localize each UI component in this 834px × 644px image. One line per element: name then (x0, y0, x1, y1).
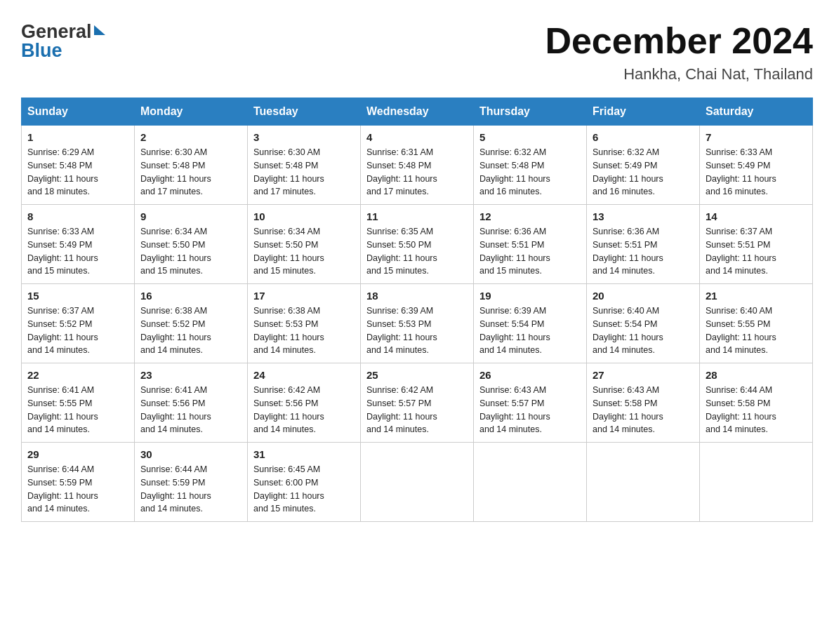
day-number: 9 (140, 210, 241, 222)
day-number: 8 (27, 210, 128, 222)
day-info: Sunrise: 6:44 AM Sunset: 5:59 PM Dayligh… (27, 463, 128, 516)
table-row: 7Sunrise: 6:33 AM Sunset: 5:49 PM Daylig… (700, 126, 813, 205)
day-info: Sunrise: 6:31 AM Sunset: 5:48 PM Dayligh… (366, 146, 468, 199)
table-row: 25Sunrise: 6:42 AM Sunset: 5:57 PM Dayli… (361, 363, 474, 443)
day-number: 22 (27, 369, 128, 381)
table-row: 21Sunrise: 6:40 AM Sunset: 5:55 PM Dayli… (700, 284, 813, 363)
col-tuesday: Tuesday (248, 98, 361, 126)
day-info: Sunrise: 6:38 AM Sunset: 5:53 PM Dayligh… (253, 304, 355, 357)
day-info: Sunrise: 6:41 AM Sunset: 5:55 PM Dayligh… (27, 384, 128, 436)
table-row: 8Sunrise: 6:33 AM Sunset: 5:49 PM Daylig… (22, 205, 135, 284)
calendar-table: Sunday Monday Tuesday Wednesday Thursday… (21, 98, 813, 522)
day-info: Sunrise: 6:33 AM Sunset: 5:49 PM Dayligh… (27, 225, 128, 278)
day-number: 14 (706, 210, 807, 222)
table-row (361, 443, 474, 522)
table-row: 23Sunrise: 6:41 AM Sunset: 5:56 PM Dayli… (135, 363, 248, 443)
day-info: Sunrise: 6:36 AM Sunset: 5:51 PM Dayligh… (593, 225, 694, 278)
day-info: Sunrise: 6:37 AM Sunset: 5:52 PM Dayligh… (27, 304, 128, 357)
day-number: 27 (593, 369, 694, 381)
day-number: 16 (140, 290, 241, 302)
day-info: Sunrise: 6:34 AM Sunset: 5:50 PM Dayligh… (140, 225, 241, 278)
logo: General Blue (21, 21, 105, 62)
day-number: 20 (593, 290, 694, 302)
calendar-week-row: 29Sunrise: 6:44 AM Sunset: 5:59 PM Dayli… (22, 443, 813, 522)
day-info: Sunrise: 6:36 AM Sunset: 5:51 PM Dayligh… (479, 225, 581, 278)
col-thursday: Thursday (474, 98, 587, 126)
day-number: 26 (479, 369, 581, 381)
day-number: 5 (479, 131, 581, 143)
day-number: 29 (27, 448, 128, 460)
day-info: Sunrise: 6:45 AM Sunset: 6:00 PM Dayligh… (253, 463, 355, 516)
day-number: 11 (366, 210, 468, 222)
day-info: Sunrise: 6:30 AM Sunset: 5:48 PM Dayligh… (140, 146, 241, 199)
title-block: December 2024 Hankha, Chai Nat, Thailand (545, 21, 813, 83)
day-info: Sunrise: 6:29 AM Sunset: 5:48 PM Dayligh… (27, 146, 128, 199)
day-number: 12 (479, 210, 581, 222)
table-row: 26Sunrise: 6:43 AM Sunset: 5:57 PM Dayli… (474, 363, 587, 443)
day-number: 28 (706, 369, 807, 381)
logo-blue-text: Blue (21, 40, 62, 62)
day-info: Sunrise: 6:37 AM Sunset: 5:51 PM Dayligh… (706, 225, 807, 278)
table-row: 5Sunrise: 6:32 AM Sunset: 5:48 PM Daylig… (474, 126, 587, 205)
col-friday: Friday (587, 98, 700, 126)
table-row: 19Sunrise: 6:39 AM Sunset: 5:54 PM Dayli… (474, 284, 587, 363)
table-row (700, 443, 813, 522)
table-row: 27Sunrise: 6:43 AM Sunset: 5:58 PM Dayli… (587, 363, 700, 443)
calendar-week-row: 8Sunrise: 6:33 AM Sunset: 5:49 PM Daylig… (22, 205, 813, 284)
calendar-title: December 2024 (545, 21, 813, 61)
day-number: 15 (27, 290, 128, 302)
table-row: 1Sunrise: 6:29 AM Sunset: 5:48 PM Daylig… (22, 126, 135, 205)
day-info: Sunrise: 6:40 AM Sunset: 5:54 PM Dayligh… (593, 304, 694, 357)
table-row: 13Sunrise: 6:36 AM Sunset: 5:51 PM Dayli… (587, 205, 700, 284)
table-row (587, 443, 700, 522)
table-row: 4Sunrise: 6:31 AM Sunset: 5:48 PM Daylig… (361, 126, 474, 205)
day-number: 3 (253, 131, 355, 143)
day-number: 17 (253, 290, 355, 302)
day-number: 23 (140, 369, 241, 381)
day-info: Sunrise: 6:39 AM Sunset: 5:54 PM Dayligh… (479, 304, 581, 357)
day-number: 1 (27, 131, 128, 143)
day-info: Sunrise: 6:38 AM Sunset: 5:52 PM Dayligh… (140, 304, 241, 357)
day-info: Sunrise: 6:40 AM Sunset: 5:55 PM Dayligh… (706, 304, 807, 357)
table-row: 2Sunrise: 6:30 AM Sunset: 5:48 PM Daylig… (135, 126, 248, 205)
calendar-header-row: Sunday Monday Tuesday Wednesday Thursday… (22, 98, 813, 126)
table-row: 18Sunrise: 6:39 AM Sunset: 5:53 PM Dayli… (361, 284, 474, 363)
day-number: 4 (366, 131, 468, 143)
calendar-week-row: 22Sunrise: 6:41 AM Sunset: 5:55 PM Dayli… (22, 363, 813, 443)
day-number: 7 (706, 131, 807, 143)
col-saturday: Saturday (700, 98, 813, 126)
day-number: 18 (366, 290, 468, 302)
calendar-subtitle: Hankha, Chai Nat, Thailand (545, 65, 813, 83)
day-info: Sunrise: 6:32 AM Sunset: 5:49 PM Dayligh… (593, 146, 694, 199)
table-row: 29Sunrise: 6:44 AM Sunset: 5:59 PM Dayli… (22, 443, 135, 522)
page-header: General Blue December 2024 Hankha, Chai … (21, 21, 813, 83)
table-row: 15Sunrise: 6:37 AM Sunset: 5:52 PM Dayli… (22, 284, 135, 363)
day-number: 10 (253, 210, 355, 222)
day-info: Sunrise: 6:43 AM Sunset: 5:58 PM Dayligh… (593, 384, 694, 436)
day-info: Sunrise: 6:43 AM Sunset: 5:57 PM Dayligh… (479, 384, 581, 436)
table-row: 16Sunrise: 6:38 AM Sunset: 5:52 PM Dayli… (135, 284, 248, 363)
calendar-week-row: 15Sunrise: 6:37 AM Sunset: 5:52 PM Dayli… (22, 284, 813, 363)
day-number: 13 (593, 210, 694, 222)
day-info: Sunrise: 6:35 AM Sunset: 5:50 PM Dayligh… (366, 225, 468, 278)
day-number: 19 (479, 290, 581, 302)
day-info: Sunrise: 6:42 AM Sunset: 5:57 PM Dayligh… (366, 384, 468, 436)
day-number: 21 (706, 290, 807, 302)
day-number: 24 (253, 369, 355, 381)
day-info: Sunrise: 6:34 AM Sunset: 5:50 PM Dayligh… (253, 225, 355, 278)
col-sunday: Sunday (22, 98, 135, 126)
table-row: 14Sunrise: 6:37 AM Sunset: 5:51 PM Dayli… (700, 205, 813, 284)
day-number: 25 (366, 369, 468, 381)
table-row: 28Sunrise: 6:44 AM Sunset: 5:58 PM Dayli… (700, 363, 813, 443)
calendar-week-row: 1Sunrise: 6:29 AM Sunset: 5:48 PM Daylig… (22, 126, 813, 205)
table-row: 3Sunrise: 6:30 AM Sunset: 5:48 PM Daylig… (248, 126, 361, 205)
table-row (474, 443, 587, 522)
table-row: 10Sunrise: 6:34 AM Sunset: 5:50 PM Dayli… (248, 205, 361, 284)
table-row: 12Sunrise: 6:36 AM Sunset: 5:51 PM Dayli… (474, 205, 587, 284)
day-number: 6 (593, 131, 694, 143)
col-monday: Monday (135, 98, 248, 126)
day-info: Sunrise: 6:44 AM Sunset: 5:58 PM Dayligh… (706, 384, 807, 436)
day-info: Sunrise: 6:44 AM Sunset: 5:59 PM Dayligh… (140, 463, 241, 516)
day-number: 2 (140, 131, 241, 143)
table-row: 22Sunrise: 6:41 AM Sunset: 5:55 PM Dayli… (22, 363, 135, 443)
